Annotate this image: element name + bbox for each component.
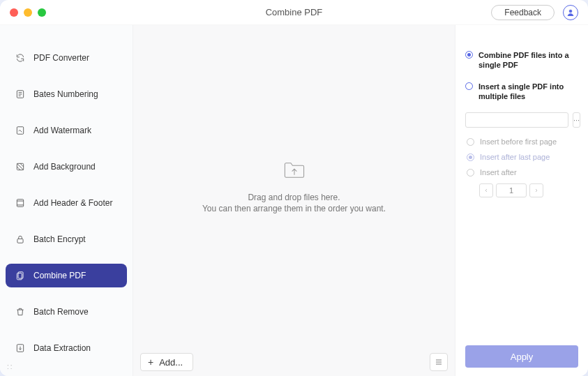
chevron-right-icon: [534, 188, 539, 193]
minimize-window-button[interactable]: [24, 8, 32, 17]
insert-after-label: Insert after: [480, 168, 517, 176]
svg-point-0: [569, 10, 572, 13]
page-decrement-button[interactable]: [479, 183, 493, 197]
radio-icon: [467, 153, 474, 161]
close-window-button[interactable]: [10, 8, 18, 17]
mode-insert-radio[interactable]: Insert a single PDF into multiple files: [465, 82, 578, 102]
add-files-button[interactable]: + Add...: [140, 353, 193, 371]
apply-button[interactable]: Apply: [465, 345, 578, 368]
list-icon: [435, 358, 443, 366]
user-icon: [566, 8, 575, 17]
plus-icon: +: [148, 356, 153, 368]
mode-insert-label: Insert a single PDF into multiple files: [478, 82, 578, 102]
insert-after-last-label: Insert after last page: [480, 153, 550, 161]
drop-zone[interactable]: Drag and drop files here. You can then a…: [133, 25, 455, 348]
app-body: PDF Converter Bates Numbering Add Waterm…: [0, 25, 588, 376]
insert-before-first-radio[interactable]: Insert before first page: [467, 137, 578, 146]
radio-icon: [465, 51, 473, 59]
insert-before-label: Insert before first page: [480, 137, 557, 146]
mode-combine-radio[interactable]: Combine PDF files into a single PDF: [465, 50, 578, 70]
main-panel: Drag and drop files here. You can then a…: [133, 25, 455, 376]
page-stepper: [467, 183, 578, 197]
titlebar: Combine PDF Feedback: [0, 0, 588, 25]
browse-file-button[interactable]: ···: [573, 112, 580, 128]
traffic-lights: [10, 8, 46, 17]
watermark-icon: [15, 126, 25, 135]
extract-icon: [15, 343, 25, 353]
mode-combine-label: Combine PDF files into a single PDF: [478, 50, 578, 70]
sidebar-item-label: PDF Converter: [33, 53, 89, 63]
sidebar-item-add-watermark[interactable]: Add Watermark: [6, 119, 127, 142]
combine-icon: [15, 271, 25, 280]
background-icon: [15, 162, 25, 172]
feedback-button[interactable]: Feedback: [491, 5, 555, 20]
sidebar-item-label: Batch Remove: [33, 307, 89, 317]
svg-rect-5: [17, 239, 23, 243]
drop-text-1: Drag and drop files here.: [248, 193, 340, 202]
sidebar-item-label: Bates Numbering: [33, 89, 98, 99]
page-number-input[interactable]: [496, 183, 527, 197]
sidebar-item-pdf-converter[interactable]: PDF Converter: [6, 46, 127, 70]
radio-icon: [467, 169, 474, 176]
sidebar-item-batch-encrypt[interactable]: Batch Encrypt: [6, 227, 127, 251]
sidebar-item-label: Add Watermark: [33, 126, 91, 135]
upload-folder-icon: [282, 160, 306, 183]
sidebar-item-label: Combine PDF: [33, 271, 86, 280]
header-footer-icon: [15, 198, 25, 208]
page-increment-button[interactable]: [529, 183, 543, 197]
radio-icon: [467, 138, 474, 146]
convert-icon: [15, 53, 25, 63]
bates-icon: [15, 89, 25, 99]
remove-icon: [15, 307, 25, 317]
sidebar: PDF Converter Bates Numbering Add Waterm…: [0, 25, 133, 376]
sidebar-item-add-header-footer[interactable]: Add Header & Footer: [6, 191, 127, 215]
insert-after-last-radio[interactable]: Insert after last page: [467, 153, 578, 161]
user-account-button[interactable]: [563, 5, 578, 20]
bottom-toolbar: + Add...: [133, 348, 455, 376]
encrypt-icon: [15, 234, 25, 244]
sidebar-item-combine-pdf[interactable]: Combine PDF: [6, 264, 127, 287]
sidebar-item-batch-remove[interactable]: Batch Remove: [6, 300, 127, 324]
radio-icon: [465, 82, 473, 90]
insert-position-group: Insert before first page Insert after la…: [465, 137, 578, 197]
sidebar-item-label: Data Extraction: [33, 343, 91, 353]
sidebar-resize-handle[interactable]: ::: [7, 363, 14, 370]
sidebar-item-add-background[interactable]: Add Background: [6, 155, 127, 179]
insert-file-input[interactable]: [465, 112, 568, 128]
app-window: Combine PDF Feedback PDF Converter Bates…: [0, 0, 588, 376]
maximize-window-button[interactable]: [38, 8, 46, 17]
sidebar-item-bates-numbering[interactable]: Bates Numbering: [6, 82, 127, 106]
add-button-label: Add...: [159, 357, 183, 368]
sidebar-item-data-extraction[interactable]: Data Extraction: [6, 336, 127, 360]
options-panel: Combine PDF files into a single PDF Inse…: [455, 25, 588, 376]
drop-text-2: You can then arrange them in the order y…: [202, 204, 386, 213]
insert-after-page-radio[interactable]: Insert after: [467, 168, 578, 176]
sidebar-item-label: Add Header & Footer: [33, 198, 112, 208]
insert-file-row: ···: [465, 112, 578, 128]
sidebar-item-label: Add Background: [33, 162, 96, 172]
view-mode-button[interactable]: [430, 353, 448, 371]
chevron-left-icon: [483, 188, 489, 193]
svg-rect-4: [17, 200, 23, 207]
sidebar-item-label: Batch Encrypt: [33, 234, 86, 244]
